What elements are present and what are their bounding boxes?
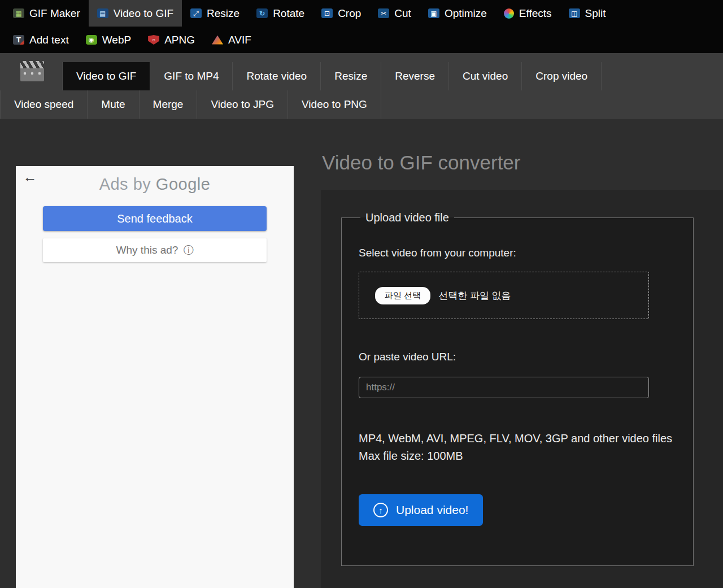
clapperboard-stripes	[20, 61, 44, 68]
topnav-crop-label: Crop	[338, 7, 361, 20]
send-feedback-button[interactable]: Send feedback	[43, 206, 267, 231]
upload-video-fieldset: Upload video file Select video from your…	[341, 211, 694, 566]
topnav-row-2: Add text WebP APNG AVIF	[0, 27, 723, 53]
topnav-video-to-gif[interactable]: Video to GIF	[89, 0, 182, 27]
subnav-row-2: Video speed Mute Merge Video to JPG Vide…	[0, 90, 723, 119]
tab-crop-video[interactable]: Crop video	[521, 62, 602, 90]
topnav-rotate-label: Rotate	[273, 7, 304, 20]
google-ad-panel: Ads by Google Send feedback Why this ad?	[16, 166, 294, 588]
topnav-optimize-label: Optimize	[445, 7, 487, 20]
tab-cut-video[interactable]: Cut video	[448, 62, 521, 90]
topnav-optimize[interactable]: Optimize	[420, 0, 495, 27]
video-url-input[interactable]	[359, 377, 649, 398]
avif-triangle-icon	[212, 36, 223, 45]
tab-video-speed[interactable]: Video speed	[0, 90, 87, 119]
why-this-ad-label: Why this ad?	[116, 244, 178, 256]
apng-shield-icon	[148, 35, 159, 45]
optimize-icon	[428, 8, 439, 18]
topnav-effects[interactable]: Effects	[495, 0, 560, 27]
select-video-label: Select video from your computer:	[359, 247, 676, 259]
choose-file-button[interactable]: 파일 선택	[375, 287, 430, 304]
add-text-icon	[13, 35, 24, 45]
tab-gif-to-mp4[interactable]: GIF to MP4	[150, 62, 232, 90]
topnav-split[interactable]: Split	[560, 0, 615, 27]
upload-arrow-icon	[373, 503, 388, 517]
upload-fieldset-legend: Upload video file	[360, 211, 454, 224]
no-file-selected-text: 선택한 파일 없음	[438, 289, 511, 302]
tab-rotate-video[interactable]: Rotate video	[232, 62, 320, 90]
topnav-rotate[interactable]: Rotate	[248, 0, 313, 27]
topnav-apng-label: APNG	[164, 34, 195, 46]
topnav-cut-label: Cut	[394, 7, 411, 20]
topnav-gif-maker-label: GIF Maker	[29, 7, 80, 20]
gif-maker-icon	[13, 8, 24, 18]
topnav-resize-label: Resize	[207, 7, 239, 20]
split-icon	[569, 8, 580, 18]
tab-reverse[interactable]: Reverse	[381, 62, 448, 90]
topnav-split-label: Split	[585, 7, 606, 20]
ad-back-arrow-icon[interactable]	[20, 167, 40, 186]
webp-icon	[86, 35, 97, 45]
ads-by-google-title: Ads by Google	[16, 175, 294, 194]
page-title: Video to GIF converter	[322, 151, 723, 174]
main-area: Ads by Google Send feedback Why this ad?…	[0, 151, 723, 588]
tab-mute[interactable]: Mute	[87, 90, 138, 119]
subnav-row-1: Video to GIF GIF to MP4 Rotate video Res…	[62, 62, 723, 90]
crop-icon	[321, 8, 333, 18]
ads-by-text: Ads by	[99, 175, 156, 193]
paste-url-label: Or paste video URL:	[359, 351, 676, 363]
supported-formats-text: MP4, WebM, AVI, MPEG, FLV, MOV, 3GP and …	[359, 430, 675, 447]
top-navigation: GIF Maker Video to GIF Resize Rotate Cro…	[0, 0, 723, 53]
rotate-icon	[256, 8, 268, 18]
cut-icon	[378, 8, 389, 18]
clapperboard-base	[20, 68, 44, 81]
tab-video-to-gif[interactable]: Video to GIF	[62, 62, 150, 90]
video-to-gif-icon	[97, 8, 108, 18]
topnav-add-text[interactable]: Add text	[5, 27, 77, 53]
upload-form-panel: Upload video file Select video from your…	[321, 190, 723, 588]
topnav-add-text-label: Add text	[29, 34, 69, 46]
topnav-resize[interactable]: Resize	[182, 0, 248, 27]
tab-video-to-jpg[interactable]: Video to JPG	[197, 90, 288, 119]
topnav-avif-label: AVIF	[228, 34, 251, 46]
video-tools-tabbar: Video to GIF GIF to MP4 Rotate video Res…	[0, 53, 723, 119]
tab-video-to-png[interactable]: Video to PNG	[288, 90, 381, 119]
converter-content: Video to GIF converter Upload video file…	[321, 151, 723, 588]
topnav-row-1: GIF Maker Video to GIF Resize Rotate Cro…	[0, 0, 723, 27]
topnav-crop[interactable]: Crop	[313, 0, 369, 27]
topnav-cut[interactable]: Cut	[369, 0, 420, 27]
resize-icon	[190, 8, 202, 18]
clapperboard-icon[interactable]	[20, 61, 44, 81]
file-input-dropzone: 파일 선택 선택한 파일 없음	[359, 272, 649, 319]
topnav-video-to-gif-label: Video to GIF	[114, 7, 173, 20]
effects-palette-icon	[504, 8, 514, 19]
tab-resize[interactable]: Resize	[320, 62, 381, 90]
topnav-webp-label: WebP	[102, 34, 131, 46]
google-logo-text: Google	[156, 175, 211, 193]
topnav-webp[interactable]: WebP	[77, 27, 140, 53]
topnav-effects-label: Effects	[519, 7, 552, 20]
upload-video-button[interactable]: Upload video!	[359, 494, 483, 526]
info-icon	[183, 243, 193, 257]
topnav-apng[interactable]: APNG	[140, 27, 203, 53]
topnav-gif-maker[interactable]: GIF Maker	[5, 0, 89, 27]
why-this-ad-button[interactable]: Why this ad?	[43, 238, 267, 262]
tab-merge[interactable]: Merge	[139, 90, 197, 119]
max-file-size-text: Max file size: 100MB	[359, 447, 676, 465]
topnav-avif[interactable]: AVIF	[203, 27, 260, 53]
upload-video-button-label: Upload video!	[396, 503, 468, 517]
